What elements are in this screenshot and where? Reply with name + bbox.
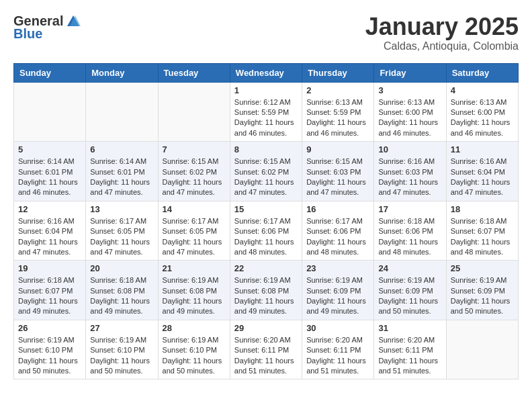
day-number: 11 (451, 144, 514, 154)
calendar-cell: 6Sunrise: 6:14 AMSunset: 6:01 PMDaylight… (86, 142, 158, 201)
day-info: Sunrise: 6:14 AMSunset: 6:01 PMDaylight:… (18, 156, 81, 198)
day-info: Sunrise: 6:20 AMSunset: 6:11 PMDaylight:… (306, 335, 369, 377)
calendar-cell: 4Sunrise: 6:13 AMSunset: 6:00 PMDaylight… (446, 82, 518, 142)
calendar-cell: 23Sunrise: 6:19 AMSunset: 6:09 PMDayligh… (302, 261, 374, 320)
day-number: 4 (451, 85, 514, 95)
calendar-cell: 1Sunrise: 6:12 AMSunset: 5:59 PMDaylight… (230, 82, 302, 142)
day-info: Sunrise: 6:13 AMSunset: 6:00 PMDaylight:… (451, 97, 514, 139)
day-info: Sunrise: 6:17 AMSunset: 6:06 PMDaylight:… (306, 216, 369, 258)
day-number: 14 (163, 204, 226, 214)
weekday-header: Saturday (446, 63, 518, 82)
calendar-cell (446, 320, 518, 379)
day-info: Sunrise: 6:20 AMSunset: 6:11 PMDaylight:… (378, 335, 441, 377)
day-info: Sunrise: 6:19 AMSunset: 6:10 PMDaylight:… (18, 335, 81, 377)
weekday-header: Thursday (302, 63, 374, 82)
calendar-week-row: 26Sunrise: 6:19 AMSunset: 6:10 PMDayligh… (14, 320, 519, 379)
day-info: Sunrise: 6:13 AMSunset: 6:00 PMDaylight:… (378, 97, 441, 139)
day-number: 2 (306, 85, 369, 95)
calendar-cell (86, 82, 158, 142)
day-info: Sunrise: 6:19 AMSunset: 6:09 PMDaylight:… (378, 275, 441, 317)
day-info: Sunrise: 6:19 AMSunset: 6:08 PMDaylight:… (234, 275, 298, 317)
day-number: 30 (306, 323, 369, 333)
day-number: 15 (234, 204, 298, 214)
calendar-cell: 2Sunrise: 6:13 AMSunset: 5:59 PMDaylight… (302, 82, 374, 142)
calendar-cell: 27Sunrise: 6:19 AMSunset: 6:10 PMDayligh… (86, 320, 158, 379)
calendar-cell: 22Sunrise: 6:19 AMSunset: 6:08 PMDayligh… (230, 261, 302, 320)
day-number: 9 (306, 144, 369, 154)
calendar-cell: 30Sunrise: 6:20 AMSunset: 6:11 PMDayligh… (302, 320, 374, 379)
day-number: 3 (378, 85, 441, 95)
logo-blue-text: Blue (13, 26, 81, 42)
day-number: 18 (451, 204, 514, 214)
day-number: 27 (90, 323, 153, 333)
day-info: Sunrise: 6:18 AMSunset: 6:07 PMDaylight:… (451, 216, 514, 258)
calendar-cell: 19Sunrise: 6:18 AMSunset: 6:07 PMDayligh… (14, 261, 86, 320)
location: Caldas, Antioquia, Colombia (365, 40, 519, 52)
calendar-cell (158, 82, 230, 142)
day-number: 12 (18, 204, 81, 214)
day-number: 24 (378, 263, 441, 273)
calendar-cell: 9Sunrise: 6:15 AMSunset: 6:03 PMDaylight… (302, 142, 374, 201)
day-number: 19 (18, 263, 81, 273)
day-info: Sunrise: 6:14 AMSunset: 6:01 PMDaylight:… (90, 156, 153, 198)
calendar-cell: 14Sunrise: 6:17 AMSunset: 6:05 PMDayligh… (158, 201, 230, 261)
calendar-cell: 11Sunrise: 6:16 AMSunset: 6:04 PMDayligh… (446, 142, 518, 201)
day-info: Sunrise: 6:20 AMSunset: 6:11 PMDaylight:… (234, 335, 298, 377)
day-number: 25 (451, 263, 514, 273)
day-info: Sunrise: 6:15 AMSunset: 6:02 PMDaylight:… (234, 156, 298, 198)
day-info: Sunrise: 6:17 AMSunset: 6:06 PMDaylight:… (234, 216, 298, 258)
logo: General Blue (13, 13, 81, 42)
calendar-cell: 26Sunrise: 6:19 AMSunset: 6:10 PMDayligh… (14, 320, 86, 379)
calendar-cell: 7Sunrise: 6:15 AMSunset: 6:02 PMDaylight… (158, 142, 230, 201)
day-info: Sunrise: 6:19 AMSunset: 6:09 PMDaylight:… (306, 275, 369, 317)
day-info: Sunrise: 6:17 AMSunset: 6:05 PMDaylight:… (163, 216, 226, 258)
calendar-cell: 17Sunrise: 6:18 AMSunset: 6:06 PMDayligh… (374, 201, 446, 261)
day-number: 26 (18, 323, 81, 333)
day-info: Sunrise: 6:18 AMSunset: 6:07 PMDaylight:… (18, 275, 81, 317)
calendar-cell: 20Sunrise: 6:18 AMSunset: 6:08 PMDayligh… (86, 261, 158, 320)
calendar-cell: 24Sunrise: 6:19 AMSunset: 6:09 PMDayligh… (374, 261, 446, 320)
weekday-header: Tuesday (158, 63, 230, 82)
day-number: 6 (90, 144, 153, 154)
day-info: Sunrise: 6:18 AMSunset: 6:08 PMDaylight:… (90, 275, 153, 317)
day-info: Sunrise: 6:16 AMSunset: 6:04 PMDaylight:… (18, 216, 81, 258)
day-number: 31 (378, 323, 441, 333)
day-number: 21 (163, 263, 226, 273)
weekday-header: Friday (374, 63, 446, 82)
weekday-header: Sunday (14, 63, 86, 82)
day-number: 28 (163, 323, 226, 333)
day-number: 1 (234, 85, 298, 95)
day-number: 8 (234, 144, 298, 154)
weekday-header-row: SundayMondayTuesdayWednesdayThursdayFrid… (14, 63, 519, 82)
title-block: January 2025 Caldas, Antioquia, Colombia (365, 13, 519, 52)
day-info: Sunrise: 6:19 AMSunset: 6:10 PMDaylight:… (90, 335, 153, 377)
calendar-cell: 15Sunrise: 6:17 AMSunset: 6:06 PMDayligh… (230, 201, 302, 261)
day-number: 16 (306, 204, 369, 214)
calendar-cell: 29Sunrise: 6:20 AMSunset: 6:11 PMDayligh… (230, 320, 302, 379)
day-number: 7 (163, 144, 226, 154)
calendar-cell: 21Sunrise: 6:19 AMSunset: 6:08 PMDayligh… (158, 261, 230, 320)
calendar-cell: 3Sunrise: 6:13 AMSunset: 6:00 PMDaylight… (374, 82, 446, 142)
day-info: Sunrise: 6:13 AMSunset: 5:59 PMDaylight:… (306, 97, 369, 139)
day-info: Sunrise: 6:16 AMSunset: 6:04 PMDaylight:… (451, 156, 514, 198)
day-info: Sunrise: 6:19 AMSunset: 6:09 PMDaylight:… (451, 275, 514, 317)
calendar-cell: 18Sunrise: 6:18 AMSunset: 6:07 PMDayligh… (446, 201, 518, 261)
day-info: Sunrise: 6:18 AMSunset: 6:06 PMDaylight:… (378, 216, 441, 258)
month-title: January 2025 (365, 13, 519, 40)
weekday-header: Wednesday (230, 63, 302, 82)
weekday-header: Monday (86, 63, 158, 82)
calendar-cell: 10Sunrise: 6:16 AMSunset: 6:03 PMDayligh… (374, 142, 446, 201)
calendar-cell: 12Sunrise: 6:16 AMSunset: 6:04 PMDayligh… (14, 201, 86, 261)
calendar-cell (14, 82, 86, 142)
calendar-cell: 28Sunrise: 6:19 AMSunset: 6:10 PMDayligh… (158, 320, 230, 379)
page-header: General Blue January 2025 Caldas, Antioq… (13, 13, 519, 52)
calendar-cell: 13Sunrise: 6:17 AMSunset: 6:05 PMDayligh… (86, 201, 158, 261)
day-number: 23 (306, 263, 369, 273)
day-number: 20 (90, 263, 153, 273)
calendar-week-row: 1Sunrise: 6:12 AMSunset: 5:59 PMDaylight… (14, 82, 519, 142)
day-info: Sunrise: 6:17 AMSunset: 6:05 PMDaylight:… (90, 216, 153, 258)
day-info: Sunrise: 6:15 AMSunset: 6:02 PMDaylight:… (163, 156, 226, 198)
calendar-cell: 5Sunrise: 6:14 AMSunset: 6:01 PMDaylight… (14, 142, 86, 201)
calendar-week-row: 5Sunrise: 6:14 AMSunset: 6:01 PMDaylight… (14, 142, 519, 201)
day-info: Sunrise: 6:19 AMSunset: 6:08 PMDaylight:… (163, 275, 226, 317)
